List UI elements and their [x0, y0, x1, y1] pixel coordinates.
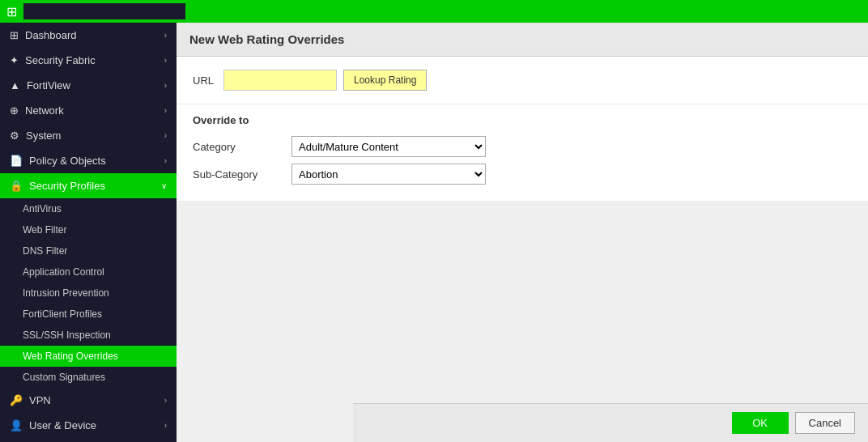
app-control-label: Application Control — [23, 266, 104, 278]
user-icon: 👤 — [10, 419, 23, 431]
chevron-down-icon: ∨ — [161, 181, 167, 190]
system-icon: ⚙ — [10, 130, 19, 142]
sidebar-label-policy-objects: Policy & Objects — [29, 155, 106, 167]
footer-bar: OK Cancel — [353, 403, 868, 442]
sidebar-label-network: Network — [25, 104, 64, 117]
category-select[interactable]: Adult/Mature Content Social Networking N… — [291, 136, 486, 157]
lookup-rating-button[interactable]: Lookup Rating — [343, 70, 427, 91]
subcategory-select[interactable]: Abortion Adult Content Mature Content — [291, 164, 486, 185]
sidebar-item-web-filter[interactable]: Web Filter — [0, 219, 177, 240]
chevron-icon: › — [164, 81, 167, 90]
sidebar-label-user-device: User & Device — [29, 419, 96, 431]
chevron-icon: › — [164, 131, 167, 140]
intrusion-label: Intrusion Prevention — [23, 287, 109, 299]
sidebar-item-intrusion-prevention[interactable]: Intrusion Prevention — [0, 283, 177, 304]
form-title: New Web Rating Overrides — [177, 23, 868, 57]
sidebar-item-vpn[interactable]: 🔑 VPN › — [0, 388, 177, 413]
chevron-icon: › — [164, 106, 167, 115]
subcategory-label: Sub-Category — [193, 168, 282, 181]
sidebar-item-fortiview[interactable]: ▲ FortiView › — [0, 73, 177, 98]
override-section: Override to Category Adult/Mature Conten… — [177, 104, 868, 201]
url-label: URL — [193, 74, 214, 87]
sidebar-item-wifi-switch[interactable]: 📶 WiFi & Switch Controller › — [0, 438, 177, 442]
sidebar-item-policy-objects[interactable]: 📄 Policy & Objects › — [0, 148, 177, 173]
chevron-icon: › — [164, 31, 167, 40]
dns-filter-label: DNS Filter — [23, 245, 67, 257]
forticlient-label: FortiClient Profiles — [23, 308, 102, 320]
url-input[interactable] — [223, 70, 337, 91]
sidebar-item-user-device[interactable]: 👤 User & Device › — [0, 413, 177, 438]
sidebar: ⊞ Dashboard › ✦ Security Fabric › ▲ Fort… — [0, 23, 177, 442]
override-to-title: Override to — [193, 114, 852, 126]
sidebar-label-dashboard: Dashboard — [25, 29, 77, 41]
chevron-icon: › — [164, 396, 167, 405]
sidebar-item-antivirus[interactable]: AntiVirus — [0, 198, 177, 219]
chevron-icon: › — [164, 156, 167, 165]
grid-icon: ⊞ — [6, 4, 17, 19]
custom-sig-label: Custom Signatures — [23, 372, 105, 383]
dashboard-icon: ⊞ — [10, 29, 19, 41]
sidebar-label-system: System — [26, 130, 61, 142]
sidebar-item-custom-signatures[interactable]: Custom Signatures — [0, 367, 177, 388]
chevron-icon: › — [164, 56, 167, 65]
sidebar-item-ssl-ssh-inspection[interactable]: SSL/SSH Inspection — [0, 325, 177, 346]
ssl-label: SSL/SSH Inspection — [23, 329, 111, 341]
web-rating-label: Web Rating Overrides — [23, 351, 118, 362]
sidebar-item-security-fabric[interactable]: ✦ Security Fabric › — [0, 48, 177, 73]
category-row: Category Adult/Mature Content Social Net… — [193, 136, 852, 157]
sidebar-item-dashboard[interactable]: ⊞ Dashboard › — [0, 23, 177, 48]
web-filter-label: Web Filter — [23, 224, 66, 236]
subcategory-row: Sub-Category Abortion Adult Content Matu… — [193, 164, 852, 185]
sidebar-label-vpn: VPN — [29, 394, 51, 406]
policy-icon: 📄 — [10, 155, 23, 167]
fortiview-icon: ▲ — [10, 79, 20, 91]
main-layout: ⊞ Dashboard › ✦ Security Fabric › ▲ Fort… — [0, 23, 868, 442]
sidebar-item-dns-filter[interactable]: DNS Filter — [0, 240, 177, 261]
topbar: ⊞ — [0, 0, 868, 23]
url-row: URL Lookup Rating — [177, 57, 868, 104]
topbar-title — [23, 3, 185, 19]
sidebar-item-security-profiles[interactable]: 🔒 Security Profiles ∨ — [0, 173, 177, 198]
ok-button[interactable]: OK — [732, 412, 789, 434]
antivirus-label: AntiVirus — [23, 203, 62, 215]
vpn-icon: 🔑 — [10, 394, 23, 406]
sidebar-item-application-control[interactable]: Application Control — [0, 261, 177, 283]
content-area: New Web Rating Overrides URL Lookup Rati… — [177, 23, 868, 201]
category-label: Category — [193, 141, 282, 153]
chevron-icon: › — [164, 421, 167, 430]
security-profiles-icon: 🔒 — [10, 180, 23, 192]
cancel-button[interactable]: Cancel — [795, 412, 855, 434]
sidebar-item-forticlient-profiles[interactable]: FortiClient Profiles — [0, 304, 177, 325]
sidebar-item-system[interactable]: ⚙ System › — [0, 123, 177, 148]
sidebar-item-network[interactable]: ⊕ Network › — [0, 98, 177, 123]
sidebar-item-web-rating-overrides[interactable]: Web Rating Overrides — [0, 346, 177, 367]
security-fabric-icon: ✦ — [10, 54, 19, 66]
sidebar-label-security-profiles: Security Profiles — [29, 180, 105, 192]
sidebar-label-security-fabric: Security Fabric — [25, 54, 96, 66]
content-wrapper: New Web Rating Overrides URL Lookup Rati… — [177, 23, 868, 442]
sidebar-label-fortiview: FortiView — [27, 79, 70, 91]
network-icon: ⊕ — [10, 104, 19, 117]
